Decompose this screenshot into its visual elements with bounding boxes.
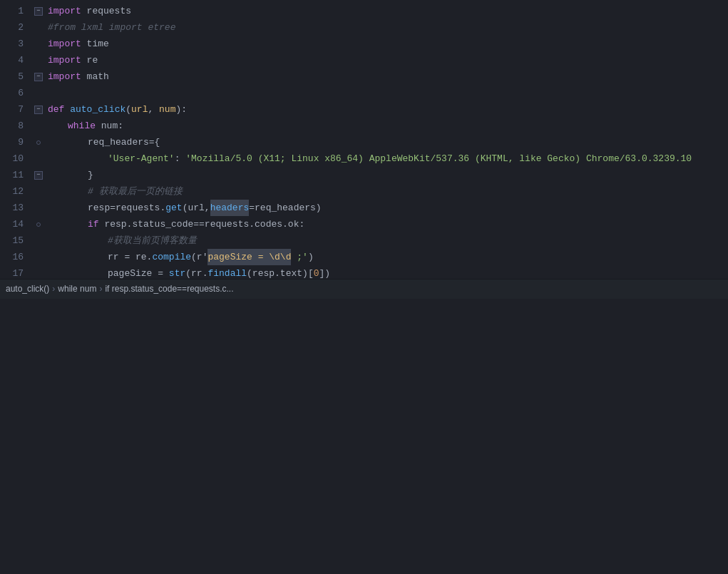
line-number-9: 9 [0,134,32,150]
fold-gutter-13 [32,200,45,216]
param-num: num [159,101,175,118]
code-line-9: 9 req_headers={ [0,134,728,150]
fold-gutter-5[interactable]: − [32,68,45,85]
code-line-17: 17 pageSize = str(rr.findall(resp.text)[… [0,265,728,279]
code-line-1: 1 − import requests [0,3,728,19]
fold-gutter-8 [32,118,45,134]
code-line-3: 3 import time [0,36,728,52]
literal-0: 0 [314,265,319,279]
line-number-10: 10 [0,150,32,167]
fold-icon-5[interactable]: − [34,73,43,81]
code-content-5: import math [45,68,728,85]
function-name: auto_click [70,101,125,118]
breadcrumb-if-resp[interactable]: if resp.status_code==requests.c... [105,284,233,294]
code-line-12: 12 # 获取最后一页的链接 [0,183,728,200]
comment-from-lxml: #from lxml import etree [48,19,175,36]
breadcrumb-while-num[interactable]: while num [58,284,96,294]
code-content-10: 'User-Agent': 'Mozilla/5.0 (X11; Linux x… [45,150,728,167]
method-compile: compile [152,249,191,265]
line-number-1: 1 [0,3,32,19]
keyword-if: if [88,216,99,232]
hl-headers: headers [210,200,250,216]
param-url: url [131,101,148,118]
fold-gutter-2 [32,19,45,36]
fold-gutter-16 [32,249,45,265]
code-content-6 [45,85,728,101]
code-content-12: # 获取最后一页的链接 [45,183,728,200]
connector-dot-14 [36,222,41,227]
code-area: 1 − import requests 2 #from lxml import … [0,0,728,279]
fold-icon-11[interactable]: − [34,171,43,180]
keyword-def: def [48,101,64,118]
string-user-agent-key: 'User-Agent' [108,150,175,167]
breadcrumb-bar: auto_click() › while num › if resp.statu… [0,279,728,299]
fold-gutter-17 [32,265,45,279]
line-number-4: 4 [0,52,32,68]
code-content-1: import requests [45,3,728,19]
line-number-8: 8 [0,118,32,134]
fold-gutter-9[interactable] [32,134,45,150]
code-line-11: 11 − } [0,167,728,183]
method-get: get [165,200,182,216]
code-line-8: 8 while num: [0,118,728,134]
comment-current-page-count: #获取当前页博客数量 [108,232,197,249]
fold-gutter-10 [32,150,45,167]
breadcrumb-sep-1: › [52,284,55,294]
fold-gutter-14[interactable] [32,216,45,232]
code-line-13: 13 resp=requests.get(url,headers=req_hea… [0,200,728,216]
fold-gutter-6 [32,85,45,101]
fold-gutter-7[interactable]: − [32,101,45,118]
line-number-16: 16 [0,249,32,265]
line-number-11: 11 [0,167,32,183]
keyword-import-time: import [48,36,81,52]
code-content-3: import time [45,36,728,52]
code-line-2: 2 #from lxml import etree [0,19,728,36]
hl-pagesize-pattern: pageSize = \d\d [207,249,291,265]
line-number-2: 2 [0,19,32,36]
fold-gutter-12 [32,183,45,200]
method-findall: findall [207,265,247,279]
code-content-9: req_headers={ [45,134,728,150]
line-number-6: 6 [0,85,32,101]
code-line-7: 7 − def auto_click(url, num): [0,101,728,118]
editor-container: 1 − import requests 2 #from lxml import … [0,0,728,574]
keyword-import: import [48,3,81,19]
code-line-5: 5 − import math [0,68,728,85]
line-number-12: 12 [0,183,32,200]
fold-gutter-15 [32,232,45,249]
code-line-4: 4 import re [0,52,728,68]
code-content-13: resp=requests.get(url,headers=req_header… [45,200,728,216]
connector-dot-9 [36,140,41,145]
breadcrumb-sep-2: › [99,284,102,294]
code-content-17: pageSize = str(rr.findall(resp.text)[0]) [45,265,728,279]
code-line-16: 16 rr = re.compile(r'pageSize = \d\d ;') [0,249,728,265]
fold-gutter-4 [32,52,45,68]
line-number-3: 3 [0,36,32,52]
keyword-while: while [68,118,96,134]
code-line-14: 14 if resp.status_code==requests.codes.o… [0,216,728,232]
code-content-4: import re [45,52,728,68]
keyword-import-re: import [48,52,81,68]
code-line-15: 15 #获取当前页博客数量 [0,232,728,249]
fold-icon-7[interactable]: − [34,106,43,114]
line-number-7: 7 [0,101,32,118]
line-number-13: 13 [0,200,32,216]
code-line-6: 6 [0,85,728,101]
code-content-7: def auto_click(url, num): [45,101,728,118]
code-line-10: 10 'User-Agent': 'Mozilla/5.0 (X11; Linu… [0,150,728,167]
line-number-5: 5 [0,68,32,85]
code-content-16: rr = re.compile(r'pageSize = \d\d ;') [45,249,728,265]
line-number-17: 17 [0,265,32,279]
fold-gutter-11[interactable]: − [32,167,45,183]
fold-gutter-3 [32,36,45,52]
code-content-8: while num: [45,118,728,134]
string-user-agent-value: 'Mozilla/5.0 (X11; Linux x86_64) AppleWe… [185,150,692,167]
code-content-11: } [45,167,728,183]
fold-icon-1[interactable]: − [34,7,43,16]
fold-gutter-1[interactable]: − [32,3,45,19]
function-str: str [169,265,185,279]
line-number-14: 14 [0,216,32,232]
code-content-14: if resp.status_code==requests.codes.ok: [45,216,728,232]
breadcrumb-auto-click[interactable]: auto_click() [6,284,49,294]
code-content-15: #获取当前页博客数量 [45,232,728,249]
